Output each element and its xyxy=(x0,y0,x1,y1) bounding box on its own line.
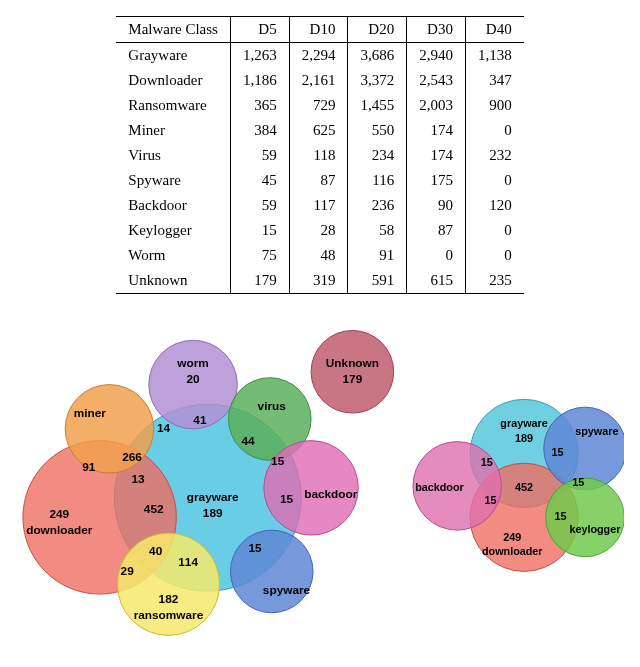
cell-d20: 550 xyxy=(348,118,407,143)
label-backdoor: backdoor xyxy=(304,487,358,501)
value-downloader: 249 xyxy=(49,507,69,521)
col-header-class: Malware Class xyxy=(116,17,230,43)
cell-d5: 15 xyxy=(230,218,289,243)
cell-d40: 0 xyxy=(465,168,523,193)
r-value-downloader: 249 xyxy=(503,531,521,543)
cell-d20: 591 xyxy=(348,268,407,294)
cell-d40: 347 xyxy=(465,68,523,93)
int-gw-dl-ransom: 40 xyxy=(149,544,163,558)
cell-malware-class: Worm xyxy=(116,243,230,268)
r-int-dl-key: 15 xyxy=(554,510,566,522)
cell-d5: 1,186 xyxy=(230,68,289,93)
int-gw-bd: 15 xyxy=(280,492,294,506)
cell-malware-class: Unknown xyxy=(116,268,230,294)
cell-d10: 118 xyxy=(289,143,348,168)
table-row: Keylogger152858870 xyxy=(116,218,523,243)
col-header-d40: D40 xyxy=(465,17,523,43)
venn-left: worm 20 miner virus Unknown 179 download… xyxy=(16,318,400,638)
r-int-gw-dl: 452 xyxy=(515,481,533,493)
cell-d5: 45 xyxy=(230,168,289,193)
cell-d30: 2,003 xyxy=(407,93,466,118)
cell-d5: 59 xyxy=(230,193,289,218)
label-miner: miner xyxy=(74,406,107,420)
cell-d30: 2,543 xyxy=(407,68,466,93)
int-gw-virus-bd: 15 xyxy=(271,454,285,468)
cell-d20: 3,686 xyxy=(348,43,407,69)
r-label-grayware: grayware xyxy=(500,417,547,429)
cell-malware-class: Miner xyxy=(116,118,230,143)
cell-d5: 365 xyxy=(230,93,289,118)
table-row: Unknown179319591615235 xyxy=(116,268,523,294)
value-worm: 20 xyxy=(186,372,200,386)
cell-d5: 1,263 xyxy=(230,43,289,69)
cell-d40: 0 xyxy=(465,218,523,243)
int-dl-ransom: 29 xyxy=(121,564,135,578)
table-row: Virus59118234174232 xyxy=(116,143,523,168)
r-int-spy-key: 15 xyxy=(572,476,584,488)
cell-malware-class: Downloader xyxy=(116,68,230,93)
venn-row: worm 20 miner virus Unknown 179 download… xyxy=(16,318,624,638)
cell-d40: 235 xyxy=(465,268,523,294)
cell-d40: 232 xyxy=(465,143,523,168)
label-spyware: spyware xyxy=(263,583,311,597)
cell-d20: 1,455 xyxy=(348,93,407,118)
value-grayware: 189 xyxy=(203,506,223,520)
int-gw-virus: 44 xyxy=(242,434,256,448)
cell-d20: 236 xyxy=(348,193,407,218)
r-int-gw-bd: 15 xyxy=(480,456,492,468)
table-row: Ransomware3657291,4552,003900 xyxy=(116,93,523,118)
cell-d10: 117 xyxy=(289,193,348,218)
int-gw-dl: 452 xyxy=(144,502,164,516)
cell-d20: 234 xyxy=(348,143,407,168)
table-row: Spyware45871161750 xyxy=(116,168,523,193)
table-row: Worm75489100 xyxy=(116,243,523,268)
cell-malware-class: Virus xyxy=(116,143,230,168)
cell-malware-class: Backdoor xyxy=(116,193,230,218)
r-label-backdoor: backdoor xyxy=(415,481,464,493)
cell-d10: 87 xyxy=(289,168,348,193)
col-header-d20: D20 xyxy=(348,17,407,43)
cell-d20: 3,372 xyxy=(348,68,407,93)
cell-d5: 59 xyxy=(230,143,289,168)
cell-d30: 174 xyxy=(407,118,466,143)
table-row: Downloader1,1862,1613,3722,543347 xyxy=(116,68,523,93)
cell-d40: 0 xyxy=(465,243,523,268)
cell-malware-class: Keylogger xyxy=(116,218,230,243)
cell-d5: 75 xyxy=(230,243,289,268)
r-label-downloader: downloader xyxy=(482,545,543,557)
value-unknown: 179 xyxy=(343,372,363,386)
cell-d40: 900 xyxy=(465,93,523,118)
cell-d10: 2,161 xyxy=(289,68,348,93)
cell-d10: 625 xyxy=(289,118,348,143)
cell-d20: 58 xyxy=(348,218,407,243)
cell-d30: 174 xyxy=(407,143,466,168)
cell-malware-class: Grayware xyxy=(116,43,230,69)
cell-d10: 729 xyxy=(289,93,348,118)
r-int-gw-dl-bd: 15 xyxy=(484,494,496,506)
label-ransomware: ransomware xyxy=(134,608,204,622)
value-ransomware: 182 xyxy=(159,592,179,606)
cell-d10: 28 xyxy=(289,218,348,243)
label-unknown: Unknown xyxy=(326,356,379,370)
int-gw-miner-worm: 14 xyxy=(157,421,171,435)
label-downloader: downloader xyxy=(26,523,93,537)
label-worm: worm xyxy=(176,356,208,370)
cell-d30: 175 xyxy=(407,168,466,193)
int-gw-miner-dl: 13 xyxy=(131,472,145,486)
cell-d5: 179 xyxy=(230,268,289,294)
circle-spyware xyxy=(230,530,313,613)
r-label-keylogger: keylogger xyxy=(569,523,621,535)
int-gw-ransom: 114 xyxy=(178,555,198,569)
table-row: Miner3846255501740 xyxy=(116,118,523,143)
cell-d10: 319 xyxy=(289,268,348,294)
cell-d30: 87 xyxy=(407,218,466,243)
cell-d20: 91 xyxy=(348,243,407,268)
r-int-gw-spy: 15 xyxy=(551,446,563,458)
cell-d30: 615 xyxy=(407,268,466,294)
cell-d30: 2,940 xyxy=(407,43,466,69)
int-gw-worm: 41 xyxy=(193,413,207,427)
r-label-spyware: spyware xyxy=(575,425,618,437)
table-row: Grayware1,2632,2943,6862,9401,138 xyxy=(116,43,523,69)
cell-d40: 0 xyxy=(465,118,523,143)
cell-d30: 0 xyxy=(407,243,466,268)
